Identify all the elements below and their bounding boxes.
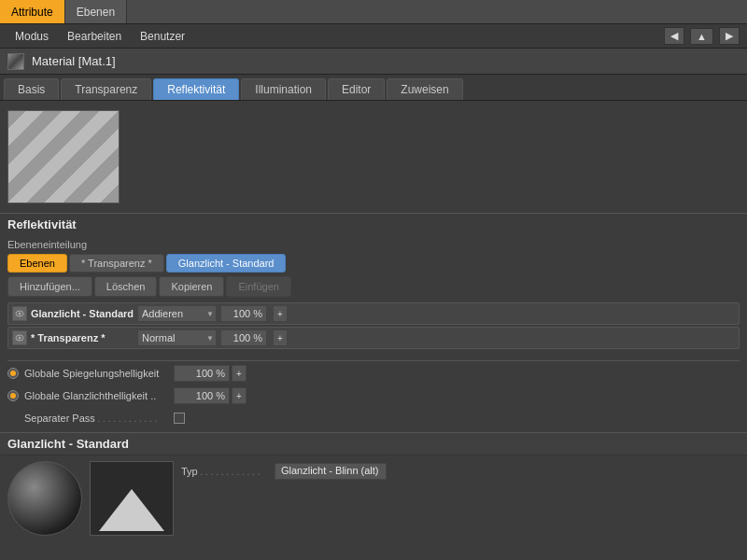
svg-point-3 [19,337,21,340]
glanzlicht-label: Globale Glanzlichthelligkeit .. [24,390,174,401]
glanzlicht-plus[interactable]: + [232,387,247,404]
layer-visibility-glanzlicht[interactable] [12,306,27,321]
ebenen-section: Ebeneneinteilung Ebenen * Transparenz * … [0,235,747,355]
layer-row-transparenz[interactable]: * Transparenz * Normal Addieren Multipli… [7,327,740,349]
plus-button-transparenz[interactable]: + [273,329,288,346]
typ-row: Typ Glanzlicht - Blinn (alt) [181,461,740,482]
sphere-preview [7,461,82,536]
bottom-section: Glanzlicht - Standard Typ Glanzlicht - B… [0,432,747,541]
spiegelung-radio[interactable] [7,368,19,379]
tab-illumination[interactable]: Illumination [241,78,326,100]
tab-basis[interactable]: Basis [4,78,59,100]
tab-reflektivitat[interactable]: Reflektivität [153,78,239,100]
einfugen-button: Einfügen [226,276,290,297]
arrow-up-button[interactable]: ▲ [690,28,713,45]
reflektivitat-title: Reflektivität [0,213,747,235]
layer-tab-ebenen[interactable]: Ebenen [7,254,67,273]
layer-tab-glanzlicht[interactable]: Glanzlicht - Standard [166,254,287,273]
separater-row: Separater Pass [7,408,740,428]
sub-tab-bar: Basis Transparenz Reflektivität Illumina… [0,75,747,101]
layer-tab-transparenz[interactable]: * Transparenz * [69,254,164,273]
typ-label: Typ [181,466,275,477]
material-header: Material [Mat.1] [0,49,747,75]
preview-area [0,101,747,213]
arrow-right-button[interactable]: ▶ [719,27,740,45]
layer-name-transparenz: * Transparenz * [31,332,134,343]
slider-glanzlicht[interactable] [295,311,297,316]
bottom-props: Typ Glanzlicht - Blinn (alt) [181,461,740,536]
blend-select-wrapper-t[interactable]: Normal Addieren Multiplizieren [137,329,217,346]
glanzlicht-input[interactable] [174,387,230,404]
ebenen-label: Ebeneneinteilung [7,239,740,250]
shape-preview [90,461,174,536]
svg-point-1 [19,313,21,315]
divider-1 [7,360,740,361]
arrow-left-button[interactable]: ◀ [664,27,684,45]
plus-button-glanzlicht[interactable]: + [273,305,288,322]
percent-input-transparenz[interactable] [220,329,267,346]
layer-blend-glanzlicht: Addieren Normal Multiplizieren + [137,305,297,322]
blend-select-wrapper[interactable]: Addieren Normal Multiplizieren [137,305,217,322]
loschen-button[interactable]: Löschen [94,276,158,297]
triangle-shape [99,489,164,531]
top-tab-bar: Attribute Ebenen [0,0,747,24]
separater-checkbox[interactable] [174,413,185,424]
separater-label: Separater Pass [24,413,174,424]
material-preview [7,110,120,203]
menu-modus[interactable]: Modus [7,27,56,46]
tab-editor[interactable]: Editor [328,78,385,100]
layer-blend-transparenz: Normal Addieren Multiplizieren + [137,329,297,346]
glanzlicht-radio[interactable] [7,390,19,401]
preview-stripes [8,111,119,203]
layer-tabs-row: Ebenen * Transparenz * Glanzlicht - Stan… [7,254,740,273]
tab-zuweisen[interactable]: Zuweisen [387,78,462,100]
typ-value: Glanzlicht - Blinn (alt) [275,463,387,480]
layer-visibility-transparenz[interactable] [12,330,27,345]
material-icon [7,53,24,70]
global-settings: Globale Spiegelungshelligkeit + Globale … [0,355,747,432]
layer-row-glanzlicht[interactable]: Glanzlicht - Standard Addieren Normal Mu… [7,302,740,325]
bottom-content: Typ Glanzlicht - Blinn (alt) [0,455,747,541]
spiegelung-plus[interactable]: + [232,365,247,382]
kopieren-button[interactable]: Kopieren [159,276,224,297]
blend-mode-select-glanzlicht[interactable]: Addieren Normal Multiplizieren [137,305,217,322]
tab-attribute[interactable]: Attribute [0,0,65,23]
spiegelung-row: Globale Spiegelungshelligkeit + [7,363,740,384]
spiegelung-label: Globale Spiegelungshelligkeit [24,368,174,379]
menu-benutzer[interactable]: Benutzer [133,27,192,46]
glanzlicht-row: Globale Glanzlichthelligkeit .. + [7,385,740,406]
tab-ebenen[interactable]: Ebenen [65,0,127,23]
menu-bearbeiten[interactable]: Bearbeiten [60,27,129,46]
blend-mode-select-transparenz[interactable]: Normal Addieren Multiplizieren [137,329,217,346]
tab-transparenz[interactable]: Transparenz [61,78,151,100]
layer-name-glanzlicht: Glanzlicht - Standard [31,308,134,319]
hinzufugen-button[interactable]: Hinzufügen... [7,276,92,297]
percent-input-glanzlicht[interactable] [220,305,267,322]
action-buttons-row: Hinzufügen... Löschen Kopieren Einfügen [7,276,740,297]
menu-bar: Modus Bearbeiten Benutzer ◀ ▲ ▶ [0,24,747,49]
toolbar-right: ◀ ▲ ▶ [664,27,740,45]
spiegelung-input[interactable] [174,365,230,382]
bottom-section-title: Glanzlicht - Standard [0,433,747,455]
slider-transparenz[interactable] [295,335,297,341]
material-title: Material [Mat.1] [32,54,116,68]
